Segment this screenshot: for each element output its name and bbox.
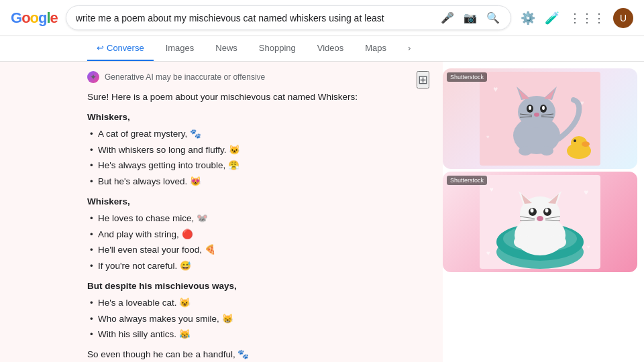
header: Google 🎤 📷 🔍 ⚙️ 🧪 ⋮⋮⋮ U xyxy=(0,0,644,36)
svg-text:♥: ♥ xyxy=(493,84,498,94)
images-panel: Shutterstock ♥ ♥ ♥ xyxy=(443,62,644,362)
poem-closing: So even though he can be a handful, 🐾 Wh… xyxy=(87,347,429,362)
svg-point-12 xyxy=(529,106,531,110)
poem-stanza-2: He loves to chase mice, 🐭 And play with … xyxy=(87,211,429,273)
apps-icon[interactable]: ⋮⋮⋮ xyxy=(568,9,606,27)
tab-images[interactable]: Images xyxy=(156,36,204,61)
cat-image-2: ♥ ♥ ♥ ♥ xyxy=(480,175,600,269)
tab-maps[interactable]: Maps xyxy=(356,36,396,61)
poem-heading-3: But despite his mischievous ways, xyxy=(87,279,429,294)
tab-more[interactable]: › xyxy=(398,36,420,61)
grid-layout-icon[interactable]: ⊞ xyxy=(417,71,429,88)
ai-panel: ✦ Generative AI may be inaccurate or off… xyxy=(0,62,443,362)
main-content: ✦ Generative AI may be inaccurate or off… xyxy=(0,62,644,362)
ai-notice-text: Generative AI may be inaccurate or offen… xyxy=(105,72,265,82)
converse-icon: ↩ xyxy=(97,43,104,53)
svg-point-41 xyxy=(531,208,534,213)
svg-point-20 xyxy=(540,146,553,156)
shutterstock-badge-2: Shutterstock xyxy=(447,176,487,185)
avatar[interactable]: U xyxy=(613,8,633,28)
tab-shopping-label: Shopping xyxy=(259,43,296,53)
list-item: With whiskers so long and fluffy. 🐱 xyxy=(87,143,429,158)
svg-point-48 xyxy=(514,235,533,249)
image-card-2[interactable]: Shutterstock ♥ ♥ ♥ ♥ xyxy=(443,172,637,272)
closing-line-1: So even though he can be a handful, 🐾 xyxy=(87,347,429,362)
svg-point-5 xyxy=(518,96,555,128)
poem-heading-2: Whiskers, xyxy=(87,194,429,209)
list-item: If you're not careful. 😅 xyxy=(87,259,429,274)
svg-text:♥: ♥ xyxy=(584,188,588,197)
list-item: He loves to chase mice, 🐭 xyxy=(87,211,429,226)
labs-icon[interactable]: 🧪 xyxy=(543,9,561,27)
tab-converse[interactable]: ↩ Converse xyxy=(87,36,154,61)
google-logo: Google xyxy=(11,9,58,27)
poem-intro: Sure! Here is a poem about your mischiev… xyxy=(87,90,429,105)
list-item: But he's always loved. 😻 xyxy=(87,174,429,189)
tab-videos[interactable]: Videos xyxy=(308,36,354,61)
list-item: A cat of great mystery, 🐾 xyxy=(87,127,429,141)
poem-content: Sure! Here is a poem about your mischiev… xyxy=(87,90,429,362)
ai-notice: ✦ Generative AI may be inaccurate or off… xyxy=(87,71,429,83)
tab-shopping[interactable]: Shopping xyxy=(250,36,305,61)
svg-text:♥: ♥ xyxy=(490,186,494,193)
header-right: ⚙️ 🧪 ⋮⋮⋮ U xyxy=(519,8,633,28)
tab-news[interactable]: News xyxy=(206,36,247,61)
list-item: Who always makes you smile, 😸 xyxy=(87,312,429,326)
poem-stanza-1: A cat of great mystery, 🐾 With whiskers … xyxy=(87,127,429,188)
image-card-1[interactable]: Shutterstock ♥ ♥ ♥ xyxy=(443,68,637,169)
ai-logo-icon: ✦ xyxy=(87,71,99,83)
list-item: He's always getting into trouble, 😤 xyxy=(87,158,429,173)
svg-point-42 xyxy=(545,208,549,213)
list-item: With his silly antics. 😹 xyxy=(87,327,429,342)
tab-maps-label: Maps xyxy=(365,43,386,53)
svg-point-43 xyxy=(537,216,543,221)
svg-point-19 xyxy=(519,146,532,156)
search-button[interactable]: 🔍 xyxy=(485,10,501,25)
svg-point-14 xyxy=(534,113,539,117)
list-item: He's a loveable cat. 😺 xyxy=(87,296,429,310)
nav-tabs: ↩ Converse Images News Shopping Videos M… xyxy=(0,36,644,62)
poem-heading-1: Whiskers, xyxy=(87,110,429,125)
list-item: And play with string, 🔴 xyxy=(87,227,429,242)
shutterstock-badge-1: Shutterstock xyxy=(447,72,487,82)
tab-videos-label: Videos xyxy=(317,43,344,53)
svg-point-23 xyxy=(582,141,590,147)
tab-news-label: News xyxy=(215,43,237,53)
tab-images-label: Images xyxy=(166,43,195,53)
poem-stanza-3: He's a loveable cat. 😺 Who always makes … xyxy=(87,296,429,342)
voice-search-icon[interactable]: 🎤 xyxy=(439,10,455,25)
svg-point-24 xyxy=(574,139,576,142)
lens-search-icon[interactable]: 📷 xyxy=(462,10,478,25)
search-input[interactable] xyxy=(76,13,434,23)
svg-text:♥: ♥ xyxy=(587,244,590,250)
svg-point-13 xyxy=(542,106,545,110)
svg-point-49 xyxy=(547,235,566,249)
svg-text:♥: ♥ xyxy=(486,134,490,140)
cat-image-1: ♥ ♥ ♥ xyxy=(480,72,600,166)
search-bar[interactable]: 🎤 📷 🔍 xyxy=(66,5,511,30)
list-item: He'll even steal your food, 🍕 xyxy=(87,243,429,257)
svg-text:♥: ♥ xyxy=(486,249,490,257)
settings-icon[interactable]: ⚙️ xyxy=(519,9,537,27)
tab-converse-label: Converse xyxy=(107,43,144,53)
